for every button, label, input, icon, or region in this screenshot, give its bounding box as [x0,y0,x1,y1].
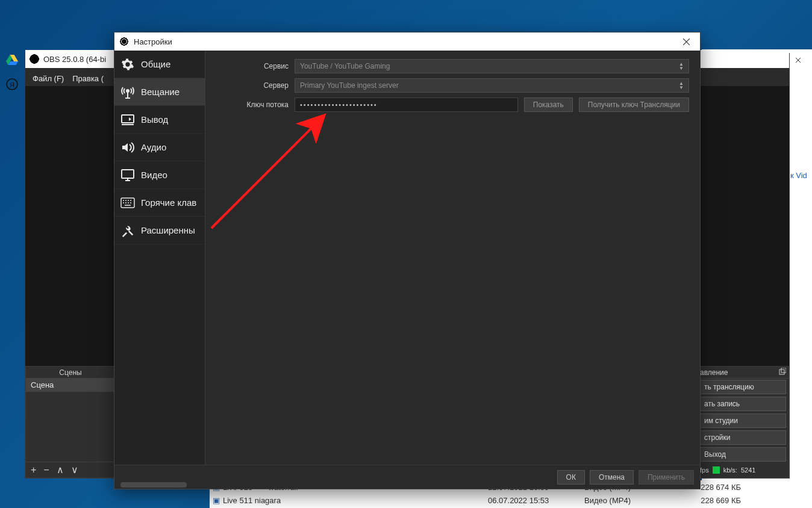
sidebar-scrollbar[interactable] [120,482,199,488]
svg-rect-10 [781,368,786,373]
obs-menubar[interactable]: Файл (F) Правка ( [28,72,108,85]
obs-icon [29,54,40,64]
settings-button[interactable]: стройки [699,430,786,445]
broadcast-icon [120,85,135,99]
audio-icon [120,140,135,155]
file-row[interactable]: ▣ Live 511 niagara 06.07.2022 15:53 Виде… [210,494,788,507]
scenes-toolbar: + − ∧ ∨ [26,462,115,477]
obs-icon [119,37,129,46]
keyboard-icon [120,196,135,210]
svg-rect-9 [779,370,784,374]
obs-title-text: OBS 25.0.8 (64-bi [43,55,106,64]
settings-title: Настройки [134,37,172,46]
settings-pane-stream: Сервис YouTube / YouTube Gaming ▲▼ Серве… [205,51,700,465]
gear-icon [120,57,135,72]
service-label: Сервис [216,62,289,70]
stream-key-input[interactable]: •••••••••••••••••••••• [295,98,518,112]
add-scene-button[interactable]: + [31,465,36,475]
taskbar-icons: Я [0,48,24,96]
cancel-button[interactable]: Отмена [590,470,634,485]
apply-button[interactable]: Применить [639,470,694,485]
status-indicator-icon [713,466,720,474]
stream-key-label: Ключ потока [216,101,289,109]
category-stream[interactable]: Вещание [114,78,205,106]
scene-item[interactable]: Сцена [26,379,115,392]
get-stream-key-button[interactable]: Получить ключ Трансляции [579,98,689,112]
scene-up-button[interactable]: ∧ [57,464,64,475]
scene-down-button[interactable]: ∨ [71,464,78,475]
exit-button[interactable]: Выход [699,447,786,462]
service-select[interactable]: YouTube / YouTube Gaming ▲▼ [295,59,689,73]
close-button[interactable] [672,33,700,51]
controls-dock: авление ть трансляцию ать запись им студ… [696,366,789,478]
remove-scene-button[interactable]: − [43,465,49,475]
controls-header: авление [696,367,789,379]
settings-footer: ОК Отмена Применить [114,465,700,489]
category-video[interactable]: Видео [114,161,205,189]
status-bar: fps kb/s: 5241 [696,463,789,477]
menu-edit[interactable]: Правка ( [72,74,104,82]
settings-dialog: Настройки Общие Вещание [114,32,701,489]
popout-icon[interactable] [779,368,786,375]
ok-button[interactable]: ОК [557,470,585,485]
explorer-text-fragment: к Vid [790,169,812,182]
settings-sidebar: Общие Вещание Вывод [114,51,205,465]
scenes-header: Сцены [26,367,115,379]
chevron-updown-icon: ▲▼ [676,61,686,71]
svg-rect-16 [122,115,134,123]
scenes-dock: Сцены Сцена + − ∧ ∨ [25,366,116,478]
svg-rect-18 [122,170,134,178]
google-drive-icon[interactable] [0,48,24,72]
category-hotkeys[interactable]: Горячие клав [114,189,205,217]
category-output[interactable]: Вывод [114,106,205,134]
server-select[interactable]: Primary YouTube ingest server ▲▼ [295,78,689,93]
svg-point-13 [126,90,129,92]
show-key-button[interactable]: Показать [524,98,573,112]
tools-icon [120,223,135,238]
studio-mode-button[interactable]: им студии [699,414,786,428]
server-label: Сервер [216,81,289,90]
chevron-updown-icon: ▲▼ [676,81,686,90]
desktop: к Vid Я OBS 25.0.8 (64-bi Файл (F) Правк… [0,0,812,508]
start-record-button[interactable]: ать запись [699,397,786,411]
file-icon: ▣ [210,496,223,505]
output-icon [120,113,135,127]
menu-file[interactable]: Файл (F) [33,74,64,82]
start-stream-button[interactable]: ть трансляцию [699,380,786,394]
category-general[interactable]: Общие [114,51,205,78]
video-icon [120,168,135,182]
category-audio[interactable]: Аудио [114,134,205,161]
yandex-icon[interactable]: Я [0,72,24,96]
settings-titlebar[interactable]: Настройки [114,33,700,51]
category-advanced[interactable]: Расширенны [114,217,205,244]
svg-text:Я: Я [10,81,14,88]
